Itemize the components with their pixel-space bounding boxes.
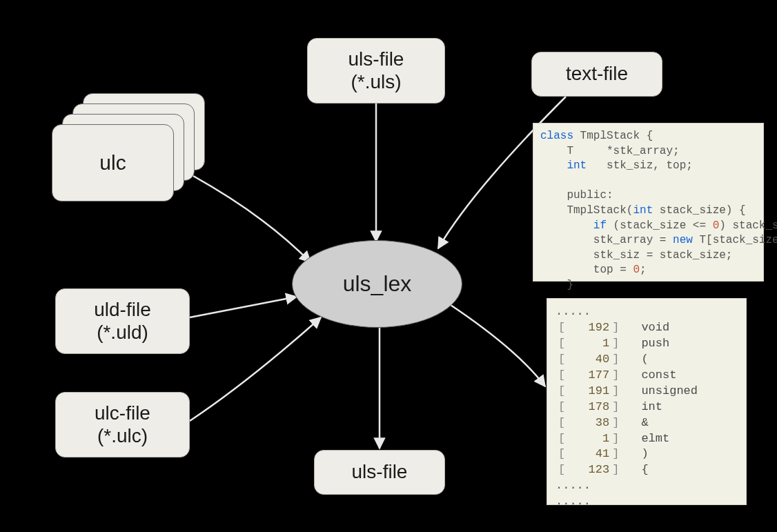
- uls-file-top-node: uls-file (*.uls): [307, 38, 445, 104]
- ulc-stack-front: ulc: [52, 124, 174, 201]
- token-text: ): [641, 446, 648, 462]
- token-text: int: [641, 400, 662, 415]
- ulc-file-line2: (*.ulc): [97, 425, 148, 447]
- token-text: (: [641, 352, 648, 368]
- token-row: [38]&: [555, 415, 738, 431]
- token-dump-dots-top: .....: [555, 304, 738, 320]
- uld-file-node: uld-file (*.uld): [55, 288, 190, 354]
- token-text: void: [641, 320, 669, 336]
- token-row: [177]const: [555, 368, 738, 384]
- uld-file-line1: uld-file: [94, 299, 150, 321]
- token-id: 123: [568, 462, 609, 478]
- ulc-file-node: ulc-file (*.ulc): [55, 392, 190, 457]
- token-dump-dots-bot2: .....: [555, 494, 738, 510]
- token-dump: ..... [192]void[1]push[40]([177]const[19…: [547, 298, 747, 505]
- token-id: 1: [568, 336, 609, 352]
- token-dump-dots-bot1: .....: [555, 478, 738, 494]
- ulc-stack-label: ulc: [99, 151, 126, 175]
- token-row: [191]unsigned: [555, 384, 738, 400]
- uls-file-top-line2: (*.uls): [351, 71, 401, 93]
- token-row: [40](: [555, 352, 738, 368]
- token-text: const: [641, 368, 676, 384]
- token-row: [192]void: [555, 320, 738, 336]
- token-id: 177: [568, 368, 609, 384]
- token-text: unsigned: [641, 384, 698, 400]
- text-file-label: text-file: [566, 63, 628, 85]
- token-row: [123]{: [555, 462, 738, 478]
- token-id: 38: [568, 415, 609, 431]
- token-row: [1]push: [555, 336, 738, 352]
- token-row: [1]elmt: [555, 431, 738, 447]
- token-text: elmt: [641, 431, 669, 447]
- ulc-file-line1: ulc-file: [95, 402, 150, 424]
- uls-lex-label: uls_lex: [343, 271, 412, 297]
- code-snippet: class TmplStack { T *stk_array; int stk_…: [533, 123, 764, 282]
- token-text: &: [641, 415, 648, 431]
- token-row: [41]): [555, 446, 738, 462]
- text-file-node: text-file: [531, 52, 662, 97]
- token-row: [178]int: [555, 400, 738, 415]
- token-id: 1: [568, 431, 609, 447]
- token-id: 192: [568, 320, 609, 336]
- token-text: push: [641, 336, 669, 352]
- token-id: 191: [568, 384, 609, 400]
- uls-file-bottom-node: uls-file: [314, 450, 445, 495]
- token-text: {: [641, 462, 648, 478]
- uld-file-line2: (*.uld): [97, 322, 148, 344]
- uls-lex-ellipse: uls_lex: [292, 240, 462, 328]
- token-id: 41: [568, 446, 609, 462]
- token-id: 178: [568, 400, 609, 415]
- uls-file-top-line1: uls-file: [348, 48, 404, 70]
- ulc-stack: ulc: [52, 93, 204, 200]
- uls-file-bottom-label: uls-file: [352, 461, 408, 483]
- token-id: 40: [568, 352, 609, 368]
